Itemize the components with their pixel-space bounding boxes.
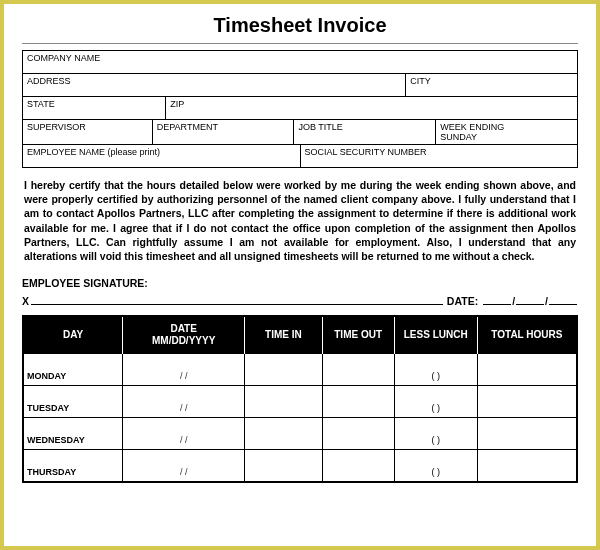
header-total: TOTAL HOURS bbox=[477, 316, 577, 354]
signature-block: EMPLOYEE SIGNATURE: X DATE: / / bbox=[22, 277, 578, 307]
timein-cell[interactable] bbox=[245, 354, 323, 386]
table-row: WEDNESDAY/ /( ) bbox=[23, 418, 577, 450]
timeout-cell[interactable] bbox=[322, 450, 394, 482]
timeout-cell[interactable] bbox=[322, 386, 394, 418]
signature-label: EMPLOYEE SIGNATURE: bbox=[22, 277, 578, 289]
date-cell[interactable]: / / bbox=[123, 354, 245, 386]
department-field[interactable]: DEPARTMENT bbox=[153, 120, 295, 144]
timesheet-table: DAY DATEMM/DD/YYYY TIME IN TIME OUT LESS… bbox=[22, 315, 578, 483]
date-cell[interactable]: / / bbox=[123, 418, 245, 450]
lunch-cell[interactable]: ( ) bbox=[394, 386, 477, 418]
date-cell[interactable]: / / bbox=[123, 450, 245, 482]
certification-text: I hereby certify that the hours detailed… bbox=[22, 178, 578, 263]
total-cell[interactable] bbox=[477, 386, 577, 418]
weekending-label: WEEK ENDING bbox=[440, 122, 504, 132]
date-day[interactable] bbox=[516, 293, 544, 305]
header-date: DATEMM/DD/YYYY bbox=[123, 316, 245, 354]
total-cell[interactable] bbox=[477, 450, 577, 482]
total-cell[interactable] bbox=[477, 418, 577, 450]
table-row: THURSDAY/ /( ) bbox=[23, 450, 577, 482]
header-lunch: LESS LUNCH bbox=[394, 316, 477, 354]
company-name-field[interactable]: COMPANY NAME bbox=[23, 51, 577, 73]
timeout-cell[interactable] bbox=[322, 354, 394, 386]
info-box: COMPANY NAME ADDRESS CITY STATE ZIP SUPE… bbox=[22, 50, 578, 168]
page-title: Timesheet Invoice bbox=[22, 14, 578, 37]
date-slash-1: / bbox=[512, 295, 515, 307]
day-cell: TUESDAY bbox=[23, 386, 123, 418]
lunch-cell[interactable]: ( ) bbox=[394, 450, 477, 482]
state-field[interactable]: STATE bbox=[23, 97, 166, 119]
address-field[interactable]: ADDRESS bbox=[23, 74, 406, 96]
timein-cell[interactable] bbox=[245, 418, 323, 450]
timein-cell[interactable] bbox=[245, 450, 323, 482]
total-cell[interactable] bbox=[477, 354, 577, 386]
ssn-field[interactable]: SOCIAL SECURITY NUMBER bbox=[301, 145, 578, 167]
sunday-label: SUNDAY bbox=[440, 132, 477, 142]
table-row: TUESDAY/ /( ) bbox=[23, 386, 577, 418]
weekending-field[interactable]: WEEK ENDING SUNDAY bbox=[436, 120, 577, 144]
signature-x: X bbox=[22, 295, 29, 307]
date-slash-2: / bbox=[545, 295, 548, 307]
employee-name-field[interactable]: EMPLOYEE NAME (please print) bbox=[23, 145, 301, 167]
jobtitle-field[interactable]: JOB TITLE bbox=[294, 120, 436, 144]
day-cell: WEDNESDAY bbox=[23, 418, 123, 450]
supervisor-field[interactable]: SUPERVISOR bbox=[23, 120, 153, 144]
signature-line[interactable] bbox=[31, 293, 443, 305]
zip-field[interactable]: ZIP bbox=[166, 97, 577, 119]
timein-cell[interactable] bbox=[245, 386, 323, 418]
city-field[interactable]: CITY bbox=[406, 74, 577, 96]
header-timein: TIME IN bbox=[245, 316, 323, 354]
timeout-cell[interactable] bbox=[322, 418, 394, 450]
header-day: DAY bbox=[23, 316, 123, 354]
day-cell: THURSDAY bbox=[23, 450, 123, 482]
date-cell[interactable]: / / bbox=[123, 386, 245, 418]
date-year[interactable] bbox=[549, 293, 577, 305]
date-month[interactable] bbox=[483, 293, 511, 305]
lunch-cell[interactable]: ( ) bbox=[394, 354, 477, 386]
lunch-cell[interactable]: ( ) bbox=[394, 418, 477, 450]
date-label: DATE: bbox=[447, 295, 478, 307]
header-timeout: TIME OUT bbox=[322, 316, 394, 354]
title-divider bbox=[22, 43, 578, 44]
day-cell: MONDAY bbox=[23, 354, 123, 386]
table-row: MONDAY/ /( ) bbox=[23, 354, 577, 386]
